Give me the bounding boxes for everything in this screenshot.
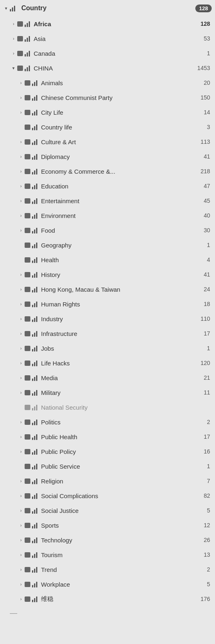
- china-stack-icon: [17, 65, 32, 71]
- row-public-health[interactable]: › Public Health 17: [0, 429, 215, 444]
- food-label: Food: [41, 227, 198, 234]
- row-media[interactable]: › Media 21: [0, 370, 215, 385]
- food-chevron-icon[interactable]: ›: [17, 227, 25, 234]
- sports-chevron-icon[interactable]: ›: [17, 522, 25, 529]
- row-trend[interactable]: › Trend 2: [0, 562, 215, 577]
- row-industry[interactable]: › Industry 110: [0, 311, 215, 326]
- country-stack-icon: [10, 5, 17, 11]
- row-country-life[interactable]: Country life 3: [0, 120, 215, 134]
- row-social-justice[interactable]: › Social Justice 5: [0, 503, 215, 518]
- row-diplomacy[interactable]: › Diplomacy 41: [0, 149, 215, 164]
- education-count: 47: [198, 183, 210, 189]
- country-chevron-icon[interactable]: ▾: [2, 5, 10, 12]
- row-politics[interactable]: › Politics 2: [0, 415, 215, 429]
- workplace-chevron-icon[interactable]: ›: [17, 581, 25, 588]
- tourism-chevron-icon[interactable]: ›: [17, 551, 25, 558]
- row-economy[interactable]: › Economy & Commerce &... 218: [0, 164, 215, 179]
- row-canada[interactable]: › Canada 1: [0, 46, 215, 61]
- industry-chevron-icon[interactable]: ›: [17, 315, 25, 322]
- row-hkmt[interactable]: › Hong Kong, Macau & Taiwan 24: [0, 282, 215, 297]
- politics-chevron-icon[interactable]: ›: [17, 418, 25, 426]
- city-life-label: City Life: [41, 109, 198, 116]
- public-health-chevron-icon[interactable]: ›: [17, 433, 25, 440]
- social-complications-chevron-icon[interactable]: ›: [17, 492, 25, 499]
- military-label: Military: [41, 389, 198, 396]
- canada-chevron-icon[interactable]: ›: [10, 50, 17, 57]
- public-service-label: Public Service: [41, 463, 198, 470]
- entertainment-chevron-icon[interactable]: ›: [17, 197, 25, 204]
- row-education[interactable]: › Education 47: [0, 179, 215, 193]
- human-rights-count: 18: [198, 301, 210, 307]
- row-china[interactable]: ▾ CHINA 1453: [0, 61, 215, 75]
- jobs-chevron-icon[interactable]: ›: [17, 345, 25, 352]
- city-life-chevron-icon[interactable]: ›: [17, 109, 25, 116]
- social-complications-count: 82: [198, 492, 210, 499]
- public-policy-stack-icon: [25, 448, 39, 455]
- row-life-hacks[interactable]: › Life Hacks 120: [0, 356, 215, 370]
- row-workplace[interactable]: › Workplace 5: [0, 577, 215, 592]
- row-jobs[interactable]: › Jobs 1: [0, 341, 215, 356]
- culture-chevron-icon[interactable]: ›: [17, 138, 25, 145]
- row-entertainment[interactable]: › Entertainment 45: [0, 193, 215, 208]
- row-national-security[interactable]: National Security: [0, 400, 215, 415]
- environment-count: 40: [198, 212, 210, 219]
- trend-count: 2: [198, 566, 210, 573]
- public-policy-chevron-icon[interactable]: ›: [17, 448, 25, 455]
- media-chevron-icon[interactable]: ›: [17, 374, 25, 381]
- china-chevron-icon[interactable]: ▾: [10, 64, 17, 72]
- row-public-service[interactable]: Public Service 1: [0, 459, 215, 474]
- row-ccp[interactable]: › Chinese Communist Party 150: [0, 90, 215, 105]
- row-infrastructure[interactable]: › Infrastructure 17: [0, 326, 215, 341]
- diplomacy-chevron-icon[interactable]: ›: [17, 153, 25, 160]
- africa-chevron-icon[interactable]: ›: [10, 20, 17, 27]
- education-chevron-icon[interactable]: ›: [17, 182, 25, 190]
- environment-chevron-icon[interactable]: ›: [17, 212, 25, 219]
- row-history[interactable]: › History 41: [0, 267, 215, 282]
- row-africa[interactable]: › Africa 128: [0, 16, 215, 31]
- media-label: Media: [41, 374, 198, 381]
- technology-chevron-icon[interactable]: ›: [17, 536, 25, 544]
- hkmt-chevron-icon[interactable]: ›: [17, 286, 25, 293]
- canada-count: 1: [198, 50, 210, 57]
- economy-chevron-icon[interactable]: ›: [17, 168, 25, 175]
- diplomacy-count: 41: [198, 153, 210, 160]
- military-chevron-icon[interactable]: ›: [17, 389, 25, 396]
- human-rights-chevron-icon[interactable]: ›: [17, 300, 25, 308]
- life-hacks-chevron-icon[interactable]: ›: [17, 359, 25, 367]
- row-religion[interactable]: › Religion 7: [0, 474, 215, 488]
- row-city-life[interactable]: › City Life 14: [0, 105, 215, 120]
- asia-chevron-icon[interactable]: ›: [10, 35, 17, 42]
- religion-chevron-icon[interactable]: ›: [17, 477, 25, 485]
- city-life-count: 14: [198, 109, 210, 116]
- row-public-policy[interactable]: › Public Policy 16: [0, 444, 215, 459]
- row-human-rights[interactable]: › Human Rights 18: [0, 297, 215, 311]
- row-sports[interactable]: › Sports 12: [0, 518, 215, 533]
- trend-chevron-icon[interactable]: ›: [17, 566, 25, 573]
- ccp-chevron-icon[interactable]: ›: [17, 94, 25, 101]
- religion-stack-icon: [25, 478, 39, 484]
- infrastructure-label: Infrastructure: [41, 330, 198, 337]
- row-health[interactable]: Health 4: [0, 252, 215, 267]
- sports-stack-icon: [25, 522, 39, 528]
- row-geography[interactable]: Geography 1: [0, 238, 215, 252]
- row-social-complications[interactable]: › Social Complications 82: [0, 488, 215, 503]
- row-military[interactable]: › Military 11: [0, 385, 215, 400]
- africa-count: 128: [198, 20, 210, 27]
- social-justice-chevron-icon[interactable]: ›: [17, 507, 25, 514]
- animals-chevron-icon[interactable]: ›: [17, 79, 25, 86]
- public-policy-label: Public Policy: [41, 448, 198, 455]
- row-environment[interactable]: › Environment 40: [0, 208, 215, 223]
- infrastructure-chevron-icon[interactable]: ›: [17, 330, 25, 337]
- country-header-row[interactable]: ▾ Country 128: [0, 0, 215, 16]
- history-chevron-icon[interactable]: ›: [17, 271, 25, 278]
- economy-label: Economy & Commerce &...: [41, 168, 198, 175]
- row-technology[interactable]: › Technology 26: [0, 533, 215, 547]
- sports-label: Sports: [41, 522, 198, 529]
- row-weizhi[interactable]: › 维稳 176: [0, 592, 215, 606]
- row-tourism[interactable]: › Tourism 13: [0, 547, 215, 562]
- row-animals[interactable]: › Animals 20: [0, 75, 215, 90]
- row-culture[interactable]: › Culture & Art 113: [0, 134, 215, 149]
- row-food[interactable]: › Food 30: [0, 223, 215, 238]
- weizhi-chevron-icon[interactable]: ›: [17, 595, 25, 603]
- row-asia[interactable]: › Asia 53: [0, 31, 215, 46]
